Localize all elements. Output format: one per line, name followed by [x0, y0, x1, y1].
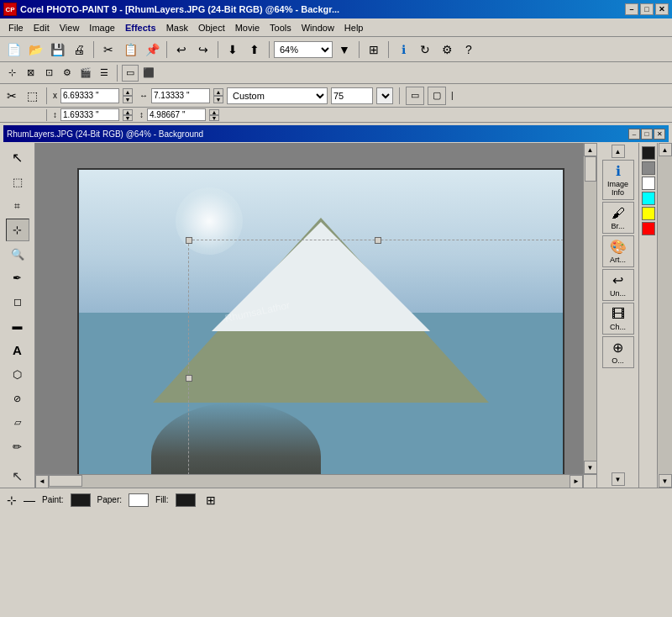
- vertical-scrollbar[interactable]: ▲ ▼: [583, 143, 596, 474]
- menu-file[interactable]: File: [3, 21, 29, 34]
- h-input[interactable]: [147, 108, 206, 121]
- far-right-scrollbar[interactable]: ▲ ▼: [657, 143, 672, 488]
- swatch-white[interactable]: [642, 177, 655, 190]
- dpi-dropdown[interactable]: ▼: [376, 87, 393, 104]
- scroll-track-h[interactable]: [49, 475, 570, 488]
- mask-outline[interactable]: ▭: [122, 65, 139, 82]
- tool-secondary-2[interactable]: ⊠: [22, 65, 39, 82]
- canvas-area[interactable]: RhumsaLathor ▲ ▼ ◄: [35, 143, 596, 488]
- image-info-panel[interactable]: ℹ Image Info: [602, 160, 634, 200]
- menu-object[interactable]: Object: [193, 21, 230, 34]
- info-button[interactable]: ℹ: [393, 40, 413, 60]
- shape-tool[interactable]: ▱: [6, 412, 29, 435]
- eyedropper-tool[interactable]: ✒: [6, 266, 29, 289]
- w-down-button[interactable]: ▼: [213, 96, 223, 103]
- menu-view[interactable]: View: [55, 21, 85, 34]
- swatch-red[interactable]: [642, 222, 655, 235]
- scroll-left-button[interactable]: ◄: [35, 475, 49, 488]
- menu-mask[interactable]: Mask: [161, 21, 193, 34]
- cut-button[interactable]: ✂: [98, 40, 118, 60]
- menu-edit[interactable]: Edit: [29, 21, 55, 34]
- scroll-thumb-v[interactable]: [585, 156, 596, 182]
- rectangle-tool[interactable]: ▬: [6, 315, 29, 338]
- help-context-button[interactable]: ?: [459, 40, 479, 60]
- rect-mask-tool[interactable]: ⬚: [6, 171, 29, 193]
- lock-proportions[interactable]: ⬚: [24, 87, 40, 104]
- paper-swatch[interactable]: [129, 493, 149, 507]
- tool-secondary-6[interactable]: ☰: [96, 65, 113, 82]
- y-input[interactable]: [60, 108, 119, 121]
- export-button[interactable]: ⬆: [244, 40, 265, 60]
- undo-panel[interactable]: ↩ Un...: [602, 269, 634, 301]
- maximize-button[interactable]: □: [640, 3, 654, 15]
- y-up-button[interactable]: ▲: [123, 109, 133, 115]
- text-tool[interactable]: A: [6, 340, 29, 362]
- redo-button[interactable]: ↪: [193, 40, 213, 60]
- far-scroll-up[interactable]: ▲: [659, 143, 672, 156]
- art-panel[interactable]: 🎨 Art...: [602, 235, 634, 267]
- channels-panel[interactable]: 🎞 Ch...: [602, 303, 634, 335]
- far-scroll-down[interactable]: ▼: [659, 474, 672, 488]
- tool-secondary-4[interactable]: ⚙: [59, 65, 76, 82]
- paste-button[interactable]: 📌: [142, 40, 162, 60]
- refresh-button[interactable]: ↻: [415, 40, 435, 60]
- crop-icon[interactable]: ✂: [3, 87, 20, 104]
- open-button[interactable]: 📂: [25, 40, 45, 60]
- inner-maximize-button[interactable]: □: [641, 129, 653, 140]
- swatch-yellow[interactable]: [642, 207, 655, 220]
- h-down-button[interactable]: ▼: [209, 115, 219, 121]
- pen-tool[interactable]: ✏: [6, 435, 29, 458]
- scroll-right-button[interactable]: ►: [570, 475, 583, 488]
- pointer-tool[interactable]: ↖: [6, 146, 29, 169]
- minimize-button[interactable]: –: [625, 3, 638, 15]
- swatch-cyan[interactable]: [642, 192, 655, 205]
- tool-secondary-5[interactable]: 🎬: [77, 65, 94, 82]
- lasso-tool[interactable]: ⌗: [6, 194, 29, 217]
- menu-tools[interactable]: Tools: [265, 21, 297, 34]
- crop-tool[interactable]: ⊹: [6, 219, 29, 241]
- fullscreen-button[interactable]: ⊞: [364, 40, 384, 60]
- x-input[interactable]: [60, 88, 119, 103]
- scroll-thumb-h[interactable]: [49, 475, 82, 487]
- handle-tr[interactable]: [564, 237, 564, 244]
- status-icon-3[interactable]: ⊞: [206, 493, 216, 507]
- preset-select[interactable]: Custom Letter Legal A4: [227, 87, 328, 104]
- undo-button[interactable]: ↩: [171, 40, 192, 60]
- h-up-button[interactable]: ▲: [209, 109, 219, 115]
- inner-minimize-button[interactable]: –: [628, 129, 640, 140]
- status-icon-2[interactable]: —: [24, 493, 35, 507]
- menu-movie[interactable]: Movie: [230, 21, 265, 34]
- dpi-input[interactable]: [331, 87, 373, 104]
- mask-fill[interactable]: ⬛: [140, 65, 157, 82]
- copy-button[interactable]: 📋: [120, 40, 140, 60]
- menu-window[interactable]: Window: [297, 21, 339, 34]
- paint-swatch[interactable]: [71, 493, 91, 507]
- x-up-button[interactable]: ▲: [123, 88, 133, 96]
- status-icon-1[interactable]: ⊹: [7, 493, 17, 507]
- rounded-button[interactable]: ▢: [428, 87, 446, 105]
- zoom-tool[interactable]: 🔍: [6, 243, 29, 266]
- swatch-gray[interactable]: [642, 161, 655, 175]
- close-button[interactable]: ✕: [655, 3, 669, 15]
- fill-tool[interactable]: ⬡: [6, 363, 29, 386]
- x-down-button[interactable]: ▼: [123, 96, 133, 103]
- eraser-tool[interactable]: ◻: [6, 291, 29, 314]
- menu-image[interactable]: Image: [84, 21, 120, 34]
- handle-mr[interactable]: [564, 375, 564, 382]
- menu-effects[interactable]: Effects: [120, 21, 161, 34]
- panel-scroll-up[interactable]: ▲: [612, 145, 625, 158]
- tool-secondary-1[interactable]: ⊹: [3, 65, 20, 82]
- zoom-select[interactable]: 64% 25% 50% 75% 100%: [274, 41, 333, 58]
- zoom-dropdown-button[interactable]: ▼: [334, 40, 354, 60]
- horizontal-scrollbar[interactable]: ◄ ►: [35, 474, 583, 488]
- menu-help[interactable]: Help: [339, 21, 369, 34]
- panel-scroll-down[interactable]: ▼: [612, 472, 625, 486]
- w-input[interactable]: [151, 88, 210, 103]
- tool-secondary-3[interactable]: ⊡: [40, 65, 57, 82]
- scroll-up-button[interactable]: ▲: [584, 143, 597, 156]
- swatch-black[interactable]: [642, 146, 655, 160]
- blend-tool[interactable]: ⊘: [6, 388, 29, 410]
- new-button[interactable]: 📄: [3, 40, 24, 60]
- inner-close-button[interactable]: ✕: [654, 129, 665, 140]
- w-up-button[interactable]: ▲: [213, 88, 223, 96]
